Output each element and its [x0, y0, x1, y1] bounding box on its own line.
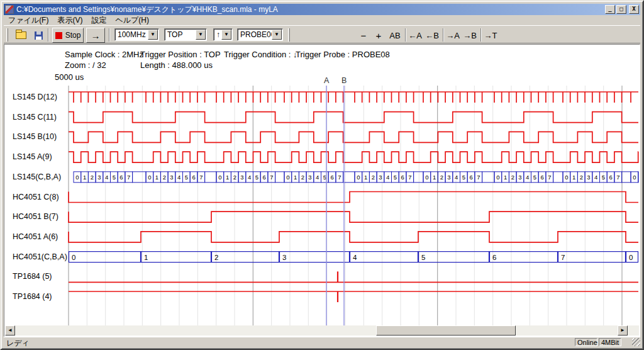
bus-value: 2	[91, 174, 94, 181]
bus-value: 7	[270, 174, 273, 181]
trigger-position-combobox[interactable]: TOP ▼	[164, 28, 207, 41]
goto-cursor-b-right-button[interactable]: →B	[462, 28, 478, 43]
bus-value: 3	[170, 174, 173, 181]
bus-cell	[205, 172, 216, 183]
bus-value: 3	[379, 174, 382, 181]
chevron-down-icon[interactable]: ▼	[196, 30, 206, 40]
bus-value: 4	[386, 174, 389, 181]
run-arrow-icon: →	[91, 30, 101, 41]
bus-cell	[622, 172, 631, 183]
channel-trace	[69, 232, 638, 242]
menu-file[interactable]: ファイル(F)	[4, 14, 53, 26]
bus-value: 3	[587, 174, 590, 181]
close-button[interactable]: X	[629, 5, 639, 14]
trigger-edge-value: ↑	[214, 30, 221, 39]
bus-value: 0	[629, 254, 633, 261]
stop-button[interactable]: Stop	[52, 28, 84, 43]
menu-settings[interactable]: 設定	[87, 14, 111, 26]
bus-value: 0	[72, 254, 75, 261]
bus-value: 5	[394, 174, 397, 181]
bus-value: 2	[440, 174, 443, 181]
toolbar-separator	[48, 28, 49, 42]
maximize-button[interactable]: □	[616, 5, 626, 14]
bus-cell	[343, 172, 355, 183]
goto-cursor-b-left-button[interactable]: ←B	[424, 28, 440, 43]
goto-trigger-button[interactable]: →T	[482, 28, 499, 43]
app-window: C:¥Documents and Settings¥noname¥デスクトップ¥…	[0, 0, 644, 350]
menu-view[interactable]: 表示(V)	[53, 14, 87, 26]
scrollbar-thumb[interactable]	[376, 325, 516, 336]
cursor-b-label: B	[341, 76, 347, 85]
save-floppy-icon	[35, 31, 43, 40]
bus-value: 1	[572, 174, 575, 181]
channel-trace	[69, 92, 638, 103]
bus-value: 7	[477, 174, 480, 181]
bus-value: 5	[421, 254, 425, 261]
status-bar: レディ Online 4MBit	[4, 337, 640, 346]
minimize-button[interactable]: _	[605, 5, 615, 14]
bus-value: 2	[511, 174, 514, 181]
bus-value: 7	[338, 174, 341, 181]
trigger-position-value: TOP	[165, 30, 196, 39]
bus-value: 1	[504, 174, 507, 181]
sample-rate-value: 100MHz	[115, 30, 148, 39]
bus-value: 2	[163, 174, 166, 181]
bus-value: 5	[323, 174, 326, 181]
sample-rate-combobox[interactable]: 100MHz ▼	[114, 28, 159, 41]
bus-value: 0	[148, 174, 151, 181]
trigger-edge-combobox[interactable]: ↑ ▼	[213, 28, 233, 41]
toolbar-grip[interactable]	[6, 28, 8, 42]
bus-value: 7	[408, 174, 411, 181]
bus-value: 1	[144, 254, 148, 261]
hc4051-bus: 012345670	[69, 252, 638, 262]
resize-grip-icon[interactable]	[632, 338, 640, 346]
memory-size-badge: 4MBit	[599, 338, 621, 346]
save-button[interactable]	[31, 28, 45, 43]
bus-value: 1	[364, 174, 367, 181]
bus-value: 4	[105, 174, 108, 181]
bus-value: 3	[447, 174, 450, 181]
zoom-in-button[interactable]: +	[372, 28, 385, 43]
bus-value: 0	[75, 174, 79, 181]
chevron-down-icon[interactable]: ▼	[221, 30, 231, 40]
bus-value: 3	[308, 174, 311, 181]
bus-value: 0	[565, 174, 568, 181]
chevron-down-icon[interactable]: ▼	[272, 30, 282, 40]
toolbar-grip[interactable]	[288, 28, 290, 42]
scroll-right-button[interactable]: ►	[618, 325, 628, 336]
scroll-left-button[interactable]: ◄	[5, 325, 15, 336]
bus-value: 2	[301, 174, 304, 181]
waveform-plot[interactable]: 0123456701234567012345670123456701234567…	[4, 45, 640, 337]
menu-help[interactable]: ヘルプ(H)	[111, 14, 153, 26]
bus-value: 0	[357, 174, 360, 181]
bus-value: 5	[185, 174, 188, 181]
toolbar: Stop → 100MHz ▼ TOP ▼ ↑ ▼ PROBE00 ▼ − − …	[4, 25, 640, 43]
bus-value: 5	[113, 174, 116, 181]
toolbar-separator	[109, 28, 110, 42]
run-button[interactable]: →	[86, 28, 105, 43]
chevron-down-icon[interactable]: ▼	[148, 30, 158, 40]
ab-cursors-button[interactable]: AB	[387, 28, 403, 43]
bus-value: 2	[580, 174, 583, 181]
open-button[interactable]	[13, 28, 29, 43]
zoom-out-button[interactable]: −	[357, 28, 370, 43]
bus-value: 6	[330, 174, 333, 181]
bus-value: 1	[433, 174, 436, 181]
bus-cell	[558, 252, 626, 262]
goto-cursor-a-left-button[interactable]: ←A	[407, 28, 423, 43]
app-icon	[5, 5, 14, 14]
toolbar-separator	[443, 28, 444, 42]
bus-value: 6	[262, 174, 265, 181]
bus-value: 3	[282, 254, 286, 261]
bus-value: 3	[518, 174, 521, 181]
bus-value: 4	[455, 174, 458, 181]
bus-value: 0	[633, 174, 636, 181]
probe-value: PROBE00	[238, 30, 272, 39]
title-bar: C:¥Documents and Settings¥noname¥デスクトップ¥…	[4, 4, 640, 15]
horizontal-scrollbar[interactable]: ◄ ►	[5, 325, 639, 336]
probe-combobox[interactable]: PROBE00 ▼	[237, 28, 283, 41]
bus-value: 0	[425, 174, 428, 181]
bus-value: 6	[401, 174, 404, 181]
bus-value: 3	[240, 174, 243, 181]
goto-cursor-a-right-button[interactable]: →A	[445, 28, 461, 43]
